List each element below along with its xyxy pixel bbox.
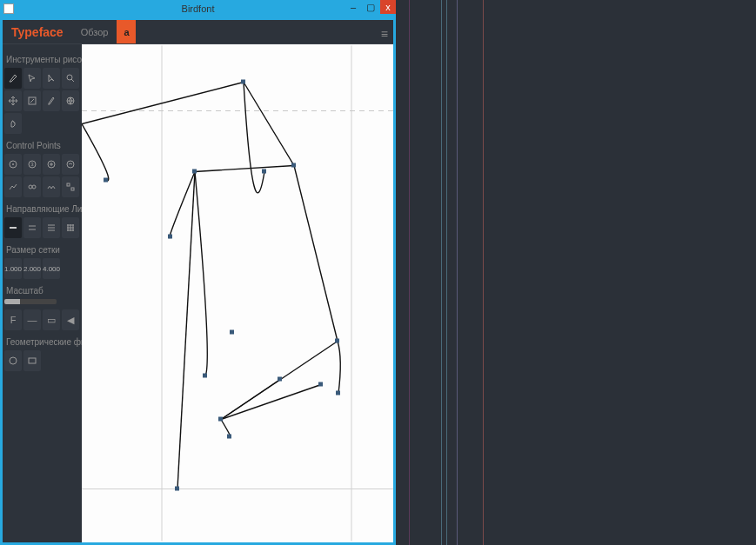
vline (457, 0, 458, 545)
svg-rect-31 (278, 377, 282, 382)
shape-circle[interactable] (4, 350, 22, 371)
svg-rect-25 (168, 235, 172, 239)
svg-point-11 (32, 185, 36, 189)
svg-rect-28 (335, 339, 339, 343)
desktop: Birdfont – ▢ x Typeface Обзор a ≡ Инстру… (0, 0, 756, 545)
docked-panel (396, 0, 756, 545)
svg-line-1 (71, 79, 74, 82)
cp-tool-5[interactable] (4, 176, 22, 197)
scale-btn-bar[interactable]: ▭ (43, 309, 60, 330)
shape-rect[interactable] (23, 350, 41, 371)
scale-btn-tri[interactable]: ◀ (62, 309, 79, 330)
guide-tool-2[interactable] (23, 217, 41, 238)
svg-rect-26 (203, 374, 207, 378)
section-guides-label: Направляющие Линии и С (6, 204, 78, 214)
tab-glyph[interactable]: a (117, 20, 136, 43)
cp-tool-7[interactable] (43, 176, 60, 197)
window-controls: – ▢ x (345, 0, 396, 14)
guide-tool-4[interactable] (62, 217, 79, 238)
cursor-tool[interactable] (43, 68, 60, 89)
grid-2[interactable]: 2.000 (23, 258, 41, 279)
svg-rect-23 (262, 169, 266, 174)
svg-rect-32 (218, 417, 223, 422)
brush-tool[interactable] (43, 90, 60, 111)
titlebar[interactable]: Birdfont – ▢ x (0, 0, 396, 17)
cp-tool-6[interactable] (23, 176, 41, 197)
tabbar: Typeface Обзор a ≡ (3, 20, 393, 44)
app-logo: Typeface (3, 20, 72, 43)
cp-tool-8[interactable] (62, 176, 79, 197)
svg-rect-21 (104, 178, 108, 183)
svg-rect-34 (175, 487, 179, 491)
svg-point-14 (10, 357, 17, 364)
section-grid-label: Размер сетки (6, 245, 78, 255)
vline (409, 0, 410, 545)
tab-overview[interactable]: Обзор (72, 20, 117, 43)
window-title: Birdfont (182, 3, 215, 14)
vline (441, 0, 442, 545)
svg-rect-20 (241, 80, 245, 84)
vline (446, 0, 447, 545)
svg-rect-33 (227, 435, 231, 439)
hand-tool[interactable] (4, 113, 22, 134)
section-drawing-label: Инструменты рисования (6, 55, 78, 64)
svg-rect-22 (291, 163, 296, 168)
app-icon (3, 3, 14, 14)
grid-1[interactable]: 1.000 (4, 258, 22, 279)
grid-4[interactable]: 4.000 (43, 258, 60, 279)
app-body: Typeface Обзор a ≡ Инструменты рисования (3, 20, 393, 542)
workspace: Инструменты рисования (3, 44, 393, 542)
pointer-tool[interactable] (23, 68, 41, 89)
svg-rect-12 (67, 183, 70, 186)
maximize-button[interactable]: ▢ (363, 0, 378, 14)
globe-tool[interactable] (62, 90, 79, 111)
hamburger-icon[interactable]: ≡ (381, 27, 388, 41)
svg-text:3: 3 (30, 162, 34, 167)
cp-tool-1[interactable] (4, 154, 22, 175)
svg-point-5 (12, 163, 14, 165)
cp-tool-2[interactable]: 3 (23, 154, 41, 175)
svg-rect-27 (230, 330, 234, 335)
svg-point-9 (67, 161, 74, 168)
section-scale-label: Масштаб (6, 286, 78, 296)
svg-rect-15 (29, 358, 36, 363)
scale-btn-dash[interactable]: — (23, 309, 41, 330)
section-shapes-label: Геометрические фигуры (6, 337, 78, 347)
svg-point-10 (29, 185, 32, 189)
vline (483, 0, 484, 545)
move-tool[interactable] (4, 90, 22, 111)
scale-btn-f[interactable]: F (4, 309, 22, 330)
cp-tool-4[interactable] (62, 154, 79, 175)
scale-slider[interactable] (4, 299, 57, 304)
guide-tool-1[interactable] (4, 217, 22, 238)
section-control-points-label: Control Points (6, 141, 78, 150)
cp-tool-3[interactable] (43, 154, 60, 175)
svg-rect-13 (71, 188, 74, 190)
svg-rect-24 (192, 169, 197, 174)
minimize-button[interactable]: – (345, 0, 361, 14)
birdfont-window: Birdfont – ▢ x Typeface Обзор a ≡ Инстру… (0, 0, 396, 545)
close-button[interactable]: x (380, 0, 396, 14)
glyph-canvas[interactable] (82, 44, 393, 542)
svg-rect-29 (336, 391, 340, 395)
zoom-tool[interactable] (62, 68, 79, 89)
guide-tool-3[interactable] (43, 217, 60, 238)
pen-tool[interactable] (4, 68, 22, 89)
resize-tool[interactable] (23, 90, 41, 111)
left-toolbar: Инструменты рисования (3, 44, 82, 542)
svg-rect-30 (318, 382, 323, 387)
